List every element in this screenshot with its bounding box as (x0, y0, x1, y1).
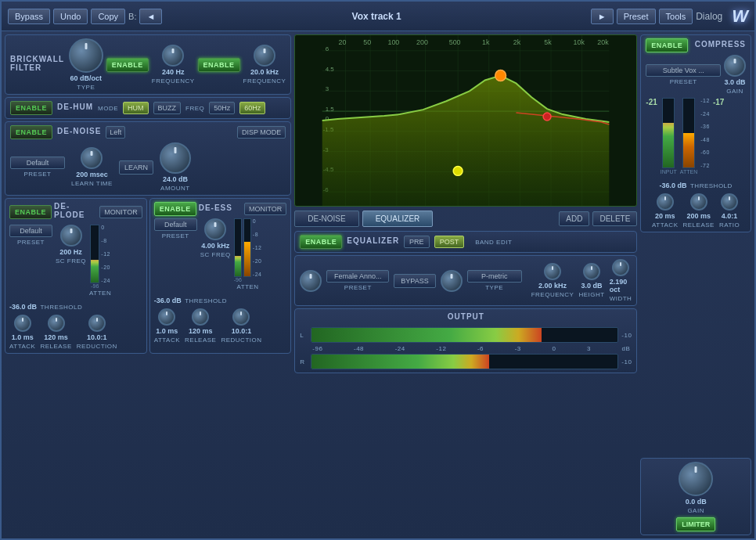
denoise-preset-dropdown[interactable]: Default (10, 157, 65, 169)
eq-preset-knob[interactable] (300, 270, 322, 292)
preset-name: Vox track 1 (165, 11, 587, 22)
svg-text:200: 200 (416, 38, 428, 46)
dehum-freq1-button[interactable]: 50Hz (209, 102, 235, 114)
output-section: OUTPUT L -10 -96 -48 -24 -12 (294, 308, 637, 373)
svg-text:500: 500 (449, 38, 461, 46)
compress-enable-button[interactable]: ENABLE (646, 38, 688, 52)
deess-release-val: 120 ms (189, 327, 213, 335)
eq-band-edit-label: BAND EDIT (475, 239, 512, 246)
eq-preset-row: Female Anno... PRESET BYPASS P-metric TY… (294, 255, 637, 306)
dehum-freq2-button[interactable]: 60Hz (239, 102, 265, 114)
delete-button[interactable]: DELETE (592, 211, 637, 226)
preset-button[interactable]: Preset (617, 9, 656, 24)
denoise-learn-time-knob[interactable] (81, 147, 103, 169)
add-button[interactable]: ADD (559, 211, 589, 226)
bypass-button[interactable]: Bypass (8, 9, 50, 24)
deess-release-knob[interactable] (192, 308, 209, 326)
denoise-preset-label: PRESET (23, 171, 51, 178)
dehum-enable-button[interactable]: ENABLE (10, 101, 52, 115)
compress-attack-val: 20 ms (655, 212, 675, 220)
output-marker-8: 3 (587, 345, 591, 352)
deplode-release-label: RELEASE (40, 343, 71, 350)
brickwall-freq2-knob[interactable] (254, 45, 275, 67)
brickwall-section: BRICKWALL FILTER 60 dB/oct TYPE ENABLE 2… (5, 34, 291, 95)
deplode-release-knob[interactable] (48, 315, 65, 332)
deess-preset-dropdown[interactable]: Default (154, 218, 197, 231)
dehum-hum-button[interactable]: HUM (123, 102, 149, 114)
lower-sections: ENABLE DE-PLODE MONITOR Default PRESET 2… (5, 198, 291, 354)
svg-text:6: 6 (326, 45, 329, 52)
deplode-preset-dropdown[interactable]: Default (9, 225, 52, 237)
brickwall-type-knob[interactable] (69, 38, 103, 73)
eq-preset-dropdown[interactable]: Female Anno... (326, 270, 389, 283)
deess-enable-button[interactable]: ENABLE (154, 202, 196, 216)
denoise-amount-label: AMOUNT (160, 185, 190, 192)
deplode-preset-label: PRESET (17, 239, 45, 246)
eq-width-knob[interactable] (612, 259, 629, 276)
deess-section: ENABLE DE-ESS MONITOR Default PRESET 4.0… (149, 198, 292, 354)
limiter-button[interactable]: LIMITER (676, 517, 715, 531)
deess-scfreq-knob[interactable] (204, 218, 226, 240)
copy-button[interactable]: Copy (91, 9, 125, 24)
deess-reduction-knob[interactable] (232, 308, 250, 326)
compress-gain-label: GAIN (726, 88, 743, 95)
eq-bypass-button[interactable]: BYPASS (394, 274, 435, 288)
deess-monitor-button[interactable]: MONITOR (244, 203, 286, 215)
eq-post-button[interactable]: POST (434, 236, 465, 248)
denoise-disp-mode-button[interactable]: DISP MODE (237, 126, 286, 139)
brickwall-enable2-button[interactable]: ENABLE (198, 58, 240, 72)
eq-type-dropdown[interactable]: P-metric (467, 270, 522, 283)
left-panel: BRICKWALL FILTER 60 dB/oct TYPE ENABLE 2… (5, 34, 291, 535)
compress-ratio-knob[interactable] (721, 193, 738, 211)
deplode-title: DE-PLODE (54, 202, 96, 219)
deess-title: DE-ESS (199, 203, 232, 212)
deplode-enable-button[interactable]: ENABLE (9, 205, 52, 219)
denoise-amount-knob[interactable] (160, 142, 191, 174)
compress-section: ENABLE COMPRESS Subtle Vox ... PRESET 3.… (640, 34, 751, 232)
brickwall-type-val: 60 dB/oct (70, 74, 103, 82)
compress-release-knob[interactable] (690, 193, 707, 211)
denoise-enable-button[interactable]: ENABLE (10, 125, 52, 139)
output-l-meter (311, 327, 618, 343)
equalizer-tab[interactable]: EQUALIZER (362, 211, 434, 227)
eq-freq-val: 2.00 kHz (538, 282, 567, 290)
eq-height-val: 3.0 dB (581, 282, 603, 290)
eq-enable-button[interactable]: ENABLE (300, 235, 342, 249)
deess-attack-knob[interactable] (158, 308, 175, 326)
tools-button[interactable]: Tools (659, 9, 693, 24)
eq-pre-button[interactable]: PRE (404, 236, 430, 248)
compress-preset-dropdown[interactable]: Subtle Vox ... (646, 64, 721, 77)
eq-freq-knob[interactable] (544, 263, 561, 280)
deess-input-label: -96 (234, 277, 242, 283)
eq-height-knob[interactable] (583, 263, 600, 280)
dehum-title: DE-HUM (57, 103, 93, 111)
b-label: B: (128, 12, 136, 21)
deplode-reduction-knob[interactable] (88, 315, 106, 332)
dialog-label: Dialog (696, 11, 722, 22)
deplode-attack-knob[interactable] (14, 315, 31, 332)
deess-release-label: RELEASE (185, 337, 216, 344)
deplode-monitor-button[interactable]: MONITOR (99, 206, 142, 218)
deplode-input-label: -96 (91, 283, 99, 289)
compress-attack-knob[interactable] (657, 193, 674, 211)
denoise-channel-dropdown[interactable]: Left (106, 126, 125, 139)
nav-right-button[interactable]: ► (591, 9, 614, 24)
svg-text:5k: 5k (545, 38, 553, 46)
compress-gain-knob[interactable] (724, 55, 746, 77)
nav-left-button[interactable]: ◄ (139, 9, 162, 24)
undo-button[interactable]: Undo (53, 9, 88, 24)
output-r-meter (311, 354, 618, 369)
brickwall-enable1-button[interactable]: ENABLE (106, 58, 149, 72)
svg-text:50: 50 (364, 38, 372, 46)
brickwall-freq1-knob[interactable] (162, 45, 184, 67)
dehum-buzz-button[interactable]: BUZZ (153, 102, 182, 114)
deplode-attack-val: 1.0 ms (12, 333, 34, 341)
denoise-title: DE-NOISE (57, 127, 101, 135)
deplode-atten-label: ATTEN (89, 290, 111, 297)
eq-type-knob[interactable] (441, 270, 463, 292)
output-gain-knob[interactable] (679, 462, 713, 496)
denoise-tab[interactable]: DE-NOISE (294, 211, 358, 227)
denoise-learn-button[interactable]: LEARN (119, 160, 153, 175)
denoise-amount-val: 24.0 dB (163, 175, 188, 183)
deplode-scfreq-knob[interactable] (60, 225, 82, 247)
